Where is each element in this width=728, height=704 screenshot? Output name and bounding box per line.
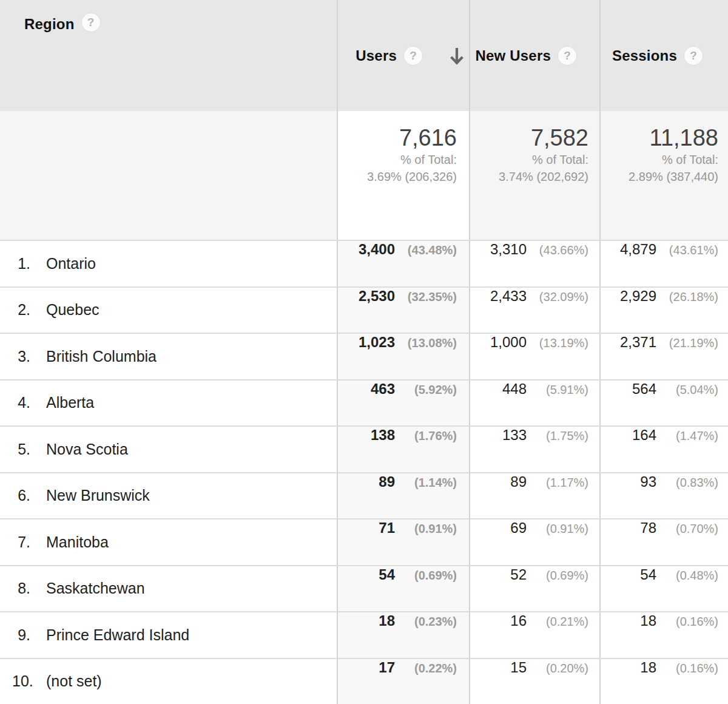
sessions-percent: (1.47%): [656, 429, 718, 443]
sort-descending-arrow-icon[interactable]: [448, 46, 466, 66]
help-icon[interactable]: ?: [82, 13, 100, 32]
new-users-percent: (0.21%): [527, 615, 588, 629]
new-users-value: 133: [470, 427, 527, 444]
table-row-region-cell: 7. Manitoba: [0, 518, 338, 565]
users-percent: (0.91%): [395, 522, 457, 536]
sessions-percent: (0.70%): [656, 522, 718, 536]
help-icon[interactable]: ?: [558, 47, 576, 65]
table-row-region-cell: 3. British Columbia: [0, 333, 338, 379]
totals-users-cell: 7,616 % of Total: 3.69% (206,326): [338, 111, 470, 240]
users-value-cell: 1,023 (13.08%): [338, 333, 470, 379]
sessions-value: 2,929: [601, 288, 656, 305]
users-percent: (1.76%): [395, 429, 457, 443]
users-value: 17: [338, 659, 395, 676]
new-users-percent: (0.20%): [527, 662, 588, 675]
users-value-cell: 54 (0.69%): [338, 565, 470, 612]
new-users-value: 69: [470, 520, 527, 536]
users-value: 3,400: [338, 241, 395, 258]
totals-region-cell: [0, 111, 338, 240]
users-value-cell: 3,400 (43.48%): [338, 240, 470, 286]
sessions-value: 93: [601, 473, 656, 490]
users-value-cell: 89 (1.14%): [338, 472, 470, 519]
region-name: Alberta: [46, 394, 94, 411]
column-header-region[interactable]: Region ?: [0, 0, 338, 111]
column-header-new-users[interactable]: New Users ?: [470, 0, 601, 111]
sessions-value-cell: 2,929 (26.18%): [601, 286, 728, 333]
new-users-value-cell: 89 (1.17%): [470, 472, 601, 519]
help-icon[interactable]: ?: [684, 47, 703, 65]
region-name: Manitoba: [46, 533, 109, 551]
new-users-value: 52: [470, 566, 527, 583]
new-users-percent: (1.17%): [527, 476, 588, 490]
region-header-label: Region: [24, 16, 75, 33]
sessions-value-cell: 54 (0.48%): [601, 565, 728, 612]
new-users-value-cell: 15 (0.20%): [470, 658, 601, 704]
sessions-value: 18: [601, 659, 656, 676]
users-value: 71: [338, 520, 395, 536]
column-header-users[interactable]: Users ?: [338, 0, 470, 111]
row-index: 10.: [12, 672, 30, 690]
new-users-value-cell: 3,310 (43.66%): [470, 240, 601, 286]
row-index: 5.: [12, 441, 30, 458]
sessions-percent: (0.48%): [656, 569, 718, 583]
sessions-value: 78: [601, 520, 656, 536]
new-users-percent: (0.69%): [527, 569, 588, 583]
users-value-cell: 71 (0.91%): [338, 518, 470, 565]
users-total-detail: 3.69% (206,326): [338, 168, 457, 185]
users-value-cell: 2,530 (32.35%): [338, 286, 470, 333]
row-index: 4.: [12, 394, 30, 411]
sessions-value-cell: 78 (0.70%): [601, 518, 728, 565]
help-icon[interactable]: ?: [404, 47, 422, 65]
users-total-label: % of Total:: [338, 151, 457, 168]
sessions-total-detail: 2.89% (387,440): [601, 168, 718, 185]
new-users-percent: (32.09%): [527, 290, 588, 304]
sessions-value-cell: 93 (0.83%): [601, 472, 728, 519]
new-users-value-cell: 1,000 (13.19%): [470, 333, 601, 379]
users-percent: (0.69%): [395, 569, 457, 583]
sessions-value: 564: [601, 381, 656, 398]
new-users-header-label: New Users: [475, 47, 551, 64]
new-users-total-label: % of Total:: [470, 151, 588, 168]
region-name: Quebec: [46, 301, 99, 319]
users-value: 54: [338, 566, 395, 583]
sessions-value-cell: 4,879 (43.61%): [601, 240, 728, 286]
column-header-sessions[interactable]: Sessions ?: [601, 0, 728, 111]
row-index: 9.: [12, 626, 30, 644]
row-index: 8.: [12, 580, 30, 597]
table-row-region-cell: 1. Ontario: [0, 240, 338, 286]
sessions-percent: (5.04%): [656, 383, 718, 397]
users-header-label: Users: [356, 47, 397, 64]
sessions-value-cell: 164 (1.47%): [601, 425, 728, 472]
new-users-value: 15: [470, 659, 527, 676]
users-percent: (5.92%): [395, 383, 457, 397]
table-row-region-cell: 6. New Brunswick: [0, 472, 338, 519]
new-users-value-cell: 2,433 (32.09%): [470, 286, 601, 333]
users-percent: (43.48%): [395, 243, 457, 257]
regions-data-table: Region ? Users ? New Users ? Sessions ? …: [0, 0, 728, 704]
users-percent: (0.23%): [395, 615, 457, 629]
users-value-cell: 17 (0.22%): [338, 658, 470, 704]
new-users-value-cell: 133 (1.75%): [470, 425, 601, 472]
sessions-value-cell: 2,371 (21.19%): [601, 333, 728, 379]
new-users-percent: (1.75%): [527, 429, 588, 443]
users-percent: (0.22%): [395, 662, 457, 675]
sessions-total-value: 11,188: [601, 124, 718, 151]
sessions-value: 4,879: [601, 241, 656, 258]
new-users-value: 448: [470, 381, 527, 398]
sessions-header-label: Sessions: [612, 47, 677, 64]
region-name: Prince Edward Island: [46, 626, 189, 644]
sessions-value-cell: 18 (0.16%): [601, 658, 728, 704]
users-percent: (32.35%): [395, 290, 457, 304]
new-users-value: 16: [470, 612, 527, 629]
sessions-value-cell: 18 (0.16%): [601, 611, 728, 658]
sessions-total-label: % of Total:: [601, 151, 718, 168]
totals-sessions-cell: 11,188 % of Total: 2.89% (387,440): [601, 111, 728, 240]
table-row-region-cell: 4. Alberta: [0, 379, 338, 426]
new-users-value-cell: 69 (0.91%): [470, 518, 601, 565]
sessions-value-cell: 564 (5.04%): [601, 379, 728, 426]
sessions-percent: (21.19%): [656, 336, 718, 350]
new-users-value-cell: 16 (0.21%): [470, 611, 601, 658]
region-name: Ontario: [46, 255, 96, 272]
users-total-value: 7,616: [338, 124, 457, 151]
users-value-cell: 138 (1.76%): [338, 425, 470, 472]
